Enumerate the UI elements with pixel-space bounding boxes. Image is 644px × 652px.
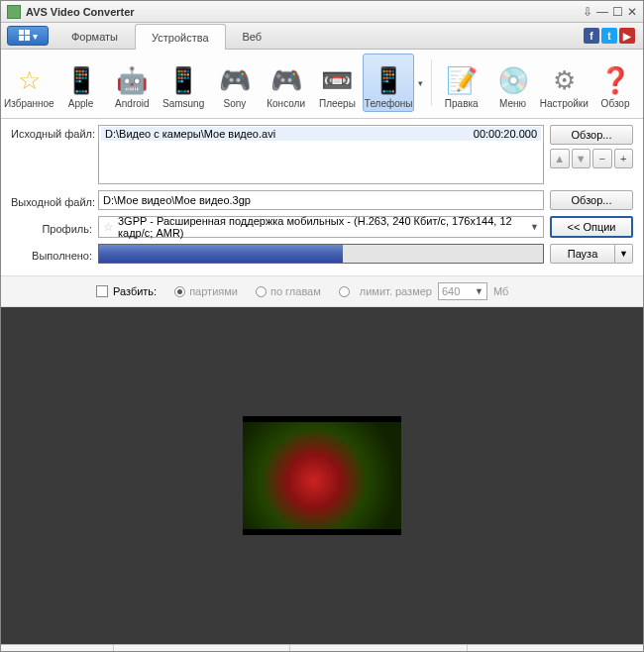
tab-web[interactable]: Веб <box>226 23 279 49</box>
phone-icon: 📱 <box>371 62 406 98</box>
close-button[interactable]: ✕ <box>627 5 637 19</box>
toolbar-android[interactable]: 🤖 Android <box>106 54 158 112</box>
toolbar-about[interactable]: ❓ Обзор <box>590 54 641 112</box>
radio-icon <box>339 286 350 297</box>
profile-label: Профиль: <box>11 220 92 235</box>
star-icon: ☆ <box>11 62 47 98</box>
status-elapsed: Прошло: 00:00:01 <box>113 645 289 652</box>
move-down-button[interactable]: ▼ <box>572 149 591 168</box>
radio-icon <box>256 286 267 297</box>
elapsed-value: 00:00:01 <box>169 649 212 653</box>
help-icon: ❓ <box>597 62 633 98</box>
tab-devices[interactable]: Устройства <box>135 24 226 50</box>
progress-fill <box>99 245 343 263</box>
tab-formats[interactable]: Форматы <box>54 23 135 49</box>
split-parts-radio[interactable]: партиями <box>174 285 238 297</box>
profile-value: 3GPP - Расширенная поддержка мобильных -… <box>118 215 526 239</box>
split-size-radio[interactable]: лимит. размер 640 ▼ Мб <box>339 282 509 300</box>
toolbar-settings-label: Настройки <box>540 98 589 109</box>
remaining-value: --:--:-- <box>353 649 380 653</box>
split-chapters-label: по главам <box>270 285 321 297</box>
source-file-entry[interactable]: D:\Видео с камеры\Мое видео.avi 00:00:20… <box>101 127 541 141</box>
maximize-button[interactable]: ☐ <box>612 5 623 19</box>
app-icon <box>7 5 21 19</box>
start-menu-button[interactable]: ▾ <box>7 26 49 46</box>
toolbar-samsung[interactable]: 📱 Samsung <box>158 54 209 112</box>
pin-button[interactable]: ⇩ <box>583 5 592 19</box>
player-icon: 📼 <box>319 62 355 98</box>
split-chapters-radio[interactable]: по главам <box>256 285 321 297</box>
youtube-icon[interactable]: ▶ <box>619 28 635 44</box>
checkbox-icon <box>96 285 108 297</box>
preview-frame <box>243 416 401 535</box>
status-bar: Прошло: 00:00:01 Осталось: --:--:-- Всег… <box>1 644 643 652</box>
gear-icon: ⚙ <box>546 62 582 98</box>
profile-select[interactable]: ☆ 3GPP - Расширенная поддержка мобильных… <box>98 216 544 238</box>
toolbar-menu[interactable]: 💿 Меню <box>487 54 539 112</box>
split-label: Разбить: <box>113 285 157 297</box>
pause-menu-button[interactable]: ▼ <box>615 244 633 264</box>
toolbar-edit-label: Правка <box>445 98 479 109</box>
toolbar-favorites[interactable]: ☆ Избранное <box>3 54 55 112</box>
total-label: Всего выполнено: <box>476 649 566 653</box>
sony-icon: 🎮 <box>217 62 253 98</box>
source-file-path: D:\Видео с камеры\Мое видео.avi <box>105 128 275 140</box>
android-icon: 🤖 <box>114 62 150 98</box>
samsung-icon: 📱 <box>165 62 201 98</box>
window-title: AVS Video Converter <box>26 6 583 18</box>
toolbar-sony[interactable]: 🎮 Sony <box>209 54 261 112</box>
toolbar-samsung-label: Samsung <box>162 98 204 109</box>
toolbar-about-label: Обзор <box>601 98 630 109</box>
split-size-label: лимит. размер <box>360 285 432 297</box>
add-file-button[interactable]: + <box>614 149 634 168</box>
output-file-field[interactable]: D:\Мое видео\Мое видео.3gp <box>98 190 544 210</box>
toolbar-more-devices[interactable]: ▾ <box>414 54 427 112</box>
twitter-icon[interactable]: t <box>601 28 617 44</box>
pause-button[interactable]: Пауза <box>550 244 615 264</box>
toolbar-players[interactable]: 📼 Плееры <box>312 54 364 112</box>
split-size-value: 640 <box>442 285 460 297</box>
chevron-down-icon: ▾ <box>33 31 38 42</box>
remove-file-button[interactable]: − <box>592 149 612 168</box>
status-total: Всего выполнено: 65,42% <box>467 645 643 652</box>
split-options-row: Разбить: партиями по главам лимит. разме… <box>1 275 643 307</box>
progress-bar <box>98 244 544 264</box>
minimize-button[interactable]: — <box>596 5 608 19</box>
toolbar-menu-label: Меню <box>499 98 526 109</box>
chevron-down-icon: ▼ <box>475 286 483 296</box>
edit-icon: 📝 <box>444 62 480 98</box>
toolbar-phones[interactable]: 📱 Телефоны <box>363 54 414 112</box>
split-checkbox[interactable]: Разбить: <box>96 285 157 297</box>
toolbar-apple[interactable]: 📱 Apple <box>55 54 107 112</box>
favorite-star-icon[interactable]: ☆ <box>103 220 114 234</box>
mb-label: Мб <box>493 285 508 297</box>
output-file-value: D:\Мое видео\Мое видео.3gp <box>103 194 251 206</box>
disc-icon: 💿 <box>495 62 531 98</box>
toolbar-favorites-label: Избранное <box>4 98 54 109</box>
move-up-button[interactable]: ▲ <box>550 149 570 168</box>
toolbar-sony-label: Sony <box>223 98 246 109</box>
chevron-down-icon: ▼ <box>530 222 539 232</box>
split-size-select[interactable]: 640 ▼ <box>438 282 487 300</box>
source-file-list[interactable]: D:\Видео с камеры\Мое видео.avi 00:00:20… <box>98 125 544 184</box>
toolbar-apple-label: Apple <box>68 98 94 109</box>
browse-output-button[interactable]: Обзор... <box>550 190 633 210</box>
toolbar-android-label: Android <box>115 98 149 109</box>
output-label: Выходной файл: <box>11 193 92 208</box>
toolbar-players-label: Плееры <box>319 98 356 109</box>
remaining-label: Осталось: <box>298 649 350 653</box>
elapsed-label: Прошло: <box>122 649 166 653</box>
form-area: Исходный файл: D:\Видео с камеры\Мое вид… <box>1 119 643 275</box>
browse-source-button[interactable]: Обзор... <box>550 125 633 145</box>
titlebar: AVS Video Converter ⇩ — ☐ ✕ <box>1 1 643 23</box>
options-button[interactable]: << Опции <box>550 216 633 238</box>
status-remaining: Осталось: --:--:-- <box>289 645 466 652</box>
facebook-icon[interactable]: f <box>584 28 599 44</box>
toolbar-edit[interactable]: 📝 Правка <box>436 54 487 112</box>
toolbar-settings[interactable]: ⚙ Настройки <box>538 54 590 112</box>
tab-bar: ▾ Форматы Устройства Веб f t ▶ <box>1 23 643 50</box>
source-file-duration: 00:00:20.000 <box>474 128 537 140</box>
toolbar-consoles[interactable]: 🎮 Консоли <box>261 54 312 112</box>
toolbar-consoles-label: Консоли <box>267 98 305 109</box>
status-spacer <box>1 645 113 652</box>
